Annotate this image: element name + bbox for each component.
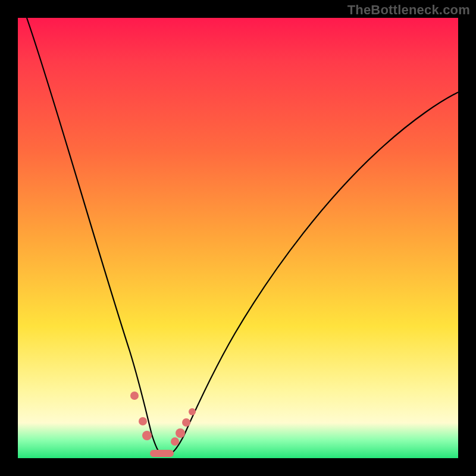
plot-area <box>18 18 458 458</box>
marker-dot <box>130 392 139 400</box>
chart-overlay <box>18 18 458 458</box>
marker-dot <box>182 418 190 427</box>
marker-dot <box>176 428 185 438</box>
marker-dot <box>171 437 179 446</box>
marker-dot <box>139 417 147 425</box>
floor-segment <box>150 450 174 457</box>
watermark: TheBottleneck.com <box>347 2 470 18</box>
bottleneck-curve <box>27 18 458 454</box>
marker-dot <box>189 408 196 415</box>
marker-dot <box>142 431 152 440</box>
frame: TheBottleneck.com <box>0 0 476 476</box>
